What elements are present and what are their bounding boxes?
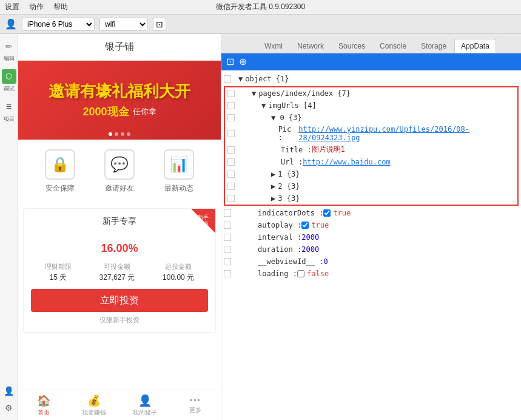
tree-webviewid[interactable]: __webviewId__ : 0 [221,256,521,268]
checkbox-interval[interactable] [224,234,231,241]
invest-card: 新手专享 新手特惠 16.00% 理财期限 15 天 可投金额 327,627 … [23,208,216,333]
checkbox-root[interactable] [224,75,231,83]
checkbox-loading[interactable] [224,270,231,277]
menu-settings[interactable]: 设置 [5,2,19,12]
tab-console[interactable]: Console [373,39,413,53]
menu-help[interactable]: 帮助 [53,2,68,12]
devtools-panel: Wxml Network Sources Console Storage App… [221,34,521,420]
tree-pic[interactable]: Pic : http://www.yinzipu.com/Upfiles/201… [225,124,517,143]
sidebar-icon-project[interactable]: ≡ [2,100,16,114]
tree-controls-root [224,75,236,83]
invest-note: 仅限新手投资 [31,316,208,325]
nav-mine[interactable]: 👤 我的罐子 [119,390,170,420]
checkbox-pic[interactable] [227,130,235,137]
checkbox-title[interactable] [227,146,235,154]
tree-item1[interactable]: ▶ 1 {3} [225,168,517,180]
stat-available-value: 327,627 元 [99,273,135,283]
checkbox-autoplay[interactable] [224,222,231,229]
tree-duration[interactable]: duration : 2000 [221,243,521,256]
nav-more-label: 更多 [189,406,201,415]
tree-title[interactable]: Title : 图片说明1 [225,143,517,156]
tree-indicatordots[interactable]: indicatorDots : true [221,207,521,219]
autoplay-checkbox[interactable] [301,222,309,229]
loading-checkbox[interactable] [297,270,304,277]
tab-network[interactable]: Network [291,39,331,53]
url-key: Url : [281,158,303,166]
icon-security[interactable]: 🔒 安全保障 [45,149,75,194]
devtools-expand-button[interactable]: ⊡ [226,57,234,67]
rate-unit: % [129,242,138,254]
title-key: Title : [281,146,312,154]
expand-imgurls-icon[interactable]: ▼ [261,101,266,110]
tab-wxml[interactable]: Wxml [258,39,289,53]
nav-earn[interactable]: 💰 我要赚钱 [69,390,120,420]
checkbox-item1[interactable] [227,171,235,178]
left-sidebar: ✏ 编辑 ⬡ 调试 ≡ 项目 👤 ⚙ [0,34,18,420]
item2-label: 2 {3} [278,182,300,191]
nav-more[interactable]: ••• 更多 [170,390,221,420]
menu-actions[interactable]: 动作 [29,2,44,12]
tab-appdata[interactable]: AppData [454,39,496,53]
indicatordots-checkbox[interactable] [323,209,331,217]
checkbox-webviewid[interactable] [224,258,231,265]
devtools-tabs: Wxml Network Sources Console Storage App… [221,34,521,53]
checkbox-item3[interactable] [227,195,235,202]
tree-item3[interactable]: ▶ 3 {3} [225,192,517,205]
expand-item2-icon[interactable]: ▶ [271,182,275,191]
checkbox-indicatordots[interactable] [224,209,231,217]
loading-value: false [307,269,329,278]
tree-interval[interactable]: interval : 2000 [221,231,521,243]
tree-controls-item3 [227,195,240,202]
sidebar-icon-settings[interactable]: ⚙ [2,401,16,415]
checkbox-duration[interactable] [224,246,231,253]
tab-storage[interactable]: Storage [414,39,453,53]
expand-root-icon[interactable]: ▼ [238,75,243,83]
stats-row: 理财期限 15 天 可投金额 327,627 元 起投金额 100.00 元 [31,262,208,283]
nav-home[interactable]: 🏠 首页 [18,390,69,420]
sidebar-label-project: 项目 [4,117,15,123]
news-label: 最新动态 [164,183,193,194]
checkbox-url[interactable] [227,158,235,166]
tree-controls-item2 [227,183,240,190]
invest-button[interactable]: 立即投资 [31,289,208,312]
expand-pages-icon[interactable]: ▼ [252,89,256,98]
tree-item0[interactable]: ▼ 0 {3} [225,112,517,124]
expand-item3-icon[interactable]: ▶ [271,194,275,203]
tab-sources[interactable]: Sources [332,39,372,53]
checkbox-item2[interactable] [227,183,235,190]
expand-item1-icon[interactable]: ▶ [271,170,275,178]
highlighted-section: ▼ pages/index/index {7} ▼ imgUrls [4] [224,86,519,206]
tree-item2[interactable]: ▶ 2 {3} [225,180,517,192]
tree-root[interactable]: ▼ object {1} [221,73,521,85]
stat-available-label: 可投金额 [99,262,135,271]
cursor-tool-button[interactable]: ⊡ [153,18,166,31]
url-value[interactable]: http://www.baidu.com [303,158,391,166]
main-area: ✏ 编辑 ⬡ 调试 ≡ 项目 👤 ⚙ 银子铺 邀请有壕礼福利大开 2000现金 … [0,34,521,420]
sidebar-icon-edit[interactable]: ✏ [2,39,16,53]
pic-value[interactable]: http://www.yinzipu.com/Upfiles/2016/08-2… [298,125,515,142]
sidebar-icon-debug[interactable]: ⬡ [2,69,16,84]
toolbar: 👤 iPhone 6 Plus iPhone 6 iPhone 5 wifi 3… [0,15,521,34]
earn-icon: 💰 [87,394,101,407]
icon-invite[interactable]: 💬 邀请好友 [104,149,135,194]
card-title: 新手专享 [31,216,208,227]
tree-loading[interactable]: loading : false [221,268,521,280]
checkbox-pages[interactable] [227,90,235,97]
tree-imgurls[interactable]: ▼ imgUrls [4] [225,100,517,112]
pic-key: Pic : [278,125,299,142]
checkbox-imgurls[interactable] [227,102,235,109]
title-value: 图片说明1 [312,144,345,155]
checkbox-item0[interactable] [227,114,235,121]
device-select[interactable]: iPhone 6 Plus iPhone 6 iPhone 5 [22,18,95,31]
tree-controls-webviewid [224,258,236,265]
sidebar-icon-account[interactable]: 👤 [2,384,16,398]
security-label: 安全保障 [45,183,75,194]
duration-value: 2000 [301,245,319,254]
tree-url[interactable]: Url : http://www.baidu.com [225,156,517,168]
icon-news[interactable]: 📊 最新动态 [164,149,194,194]
tree-autoplay[interactable]: autoplay : true [221,219,521,231]
autoplay-key: autoplay : [258,221,301,229]
devtools-add-button[interactable]: ⊕ [239,57,247,67]
network-select[interactable]: wifi 3G 2G [99,18,148,31]
tree-pages[interactable]: ▼ pages/index/index {7} [225,87,517,100]
